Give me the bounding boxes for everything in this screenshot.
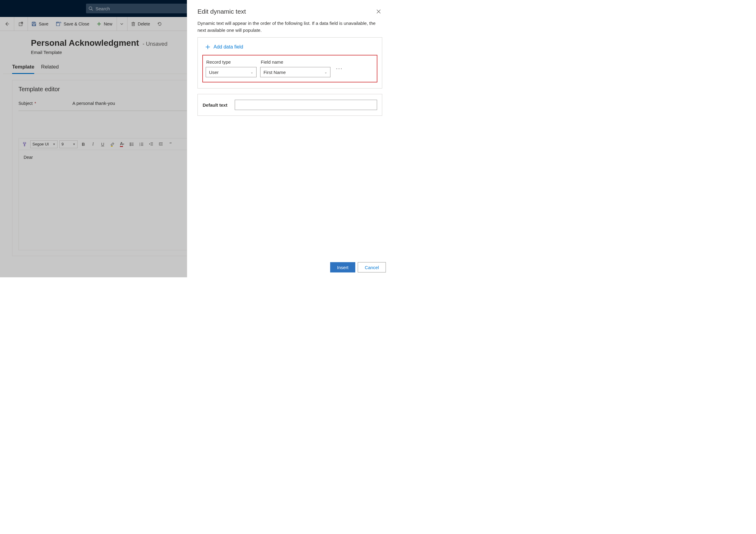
record-type-label: Record type <box>206 59 256 65</box>
record-type-value: User <box>209 70 219 75</box>
field-name-select[interactable]: First Name ⌄ <box>260 67 331 77</box>
panel-footer: Insert Cancel <box>187 257 392 277</box>
edit-dynamic-text-panel: Edit dynamic text Dynamic text will appe… <box>187 0 392 277</box>
record-type-select[interactable]: User ⌄ <box>206 67 256 77</box>
default-text-card: Default text <box>198 94 382 116</box>
field-name-label: Field name <box>260 59 331 65</box>
field-name-value: First Name <box>263 70 285 75</box>
panel-description: Dynamic text will appear in the order of… <box>187 16 392 37</box>
close-panel-button[interactable] <box>375 8 382 15</box>
add-data-field-label: Add data field <box>214 44 243 50</box>
cancel-button[interactable]: Cancel <box>358 262 386 272</box>
close-icon <box>376 9 381 14</box>
data-fields-card: Add data field Record type User ⌄ Field … <box>198 37 382 89</box>
default-text-input[interactable] <box>235 100 377 110</box>
panel-title: Edit dynamic text <box>198 8 246 15</box>
chevron-down-icon: ⌄ <box>324 70 327 74</box>
insert-button[interactable]: Insert <box>330 262 356 272</box>
default-text-label: Default text <box>202 102 228 108</box>
row-more-menu[interactable]: ··· <box>335 64 343 73</box>
chevron-down-icon: ⌄ <box>251 70 253 74</box>
more-icon: ··· <box>336 65 343 71</box>
add-data-field-button[interactable]: Add data field <box>202 42 377 55</box>
plus-icon <box>205 44 210 50</box>
data-field-row: Record type User ⌄ Field name First Name… <box>202 55 377 82</box>
